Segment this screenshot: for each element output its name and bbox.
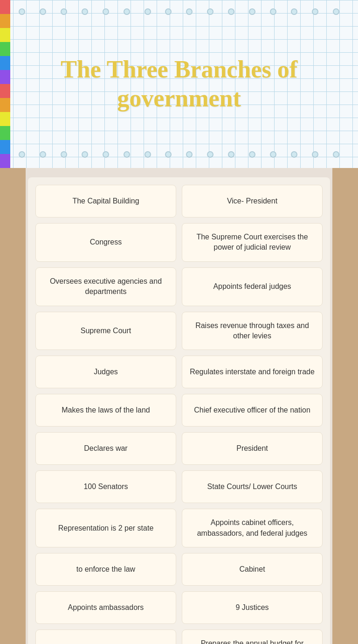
card-text-9: Judges bbox=[94, 367, 118, 377]
card-text-3: Congress bbox=[90, 237, 122, 247]
card-item-12[interactable]: Chief executive officer of the nation bbox=[182, 394, 323, 427]
header-dot-bottom bbox=[228, 151, 234, 158]
card-item-17[interactable]: Representation is 2 per state bbox=[35, 509, 176, 547]
card-text-17: Representation is 2 per state bbox=[58, 523, 154, 533]
card-text-5: Oversees executive agencies and departme… bbox=[43, 276, 168, 297]
header-section: The Three Branches of government bbox=[0, 0, 358, 168]
strip-11 bbox=[0, 140, 10, 154]
header-dot-bottom bbox=[19, 151, 25, 158]
card-text-18: Appoints cabinet officers, ambassadors, … bbox=[190, 518, 315, 539]
header-dot-bottom bbox=[207, 151, 213, 158]
dots-bottom-row bbox=[19, 151, 339, 158]
card-text-22: 9 Justices bbox=[235, 602, 268, 613]
strip-6 bbox=[0, 70, 10, 84]
header-dot-top bbox=[186, 8, 193, 15]
card-item-3[interactable]: Congress bbox=[35, 223, 176, 262]
header-dot-top bbox=[270, 8, 276, 15]
card-text-12: Chief executive officer of the nation bbox=[194, 405, 310, 415]
card-item-7[interactable]: Supreme Court bbox=[35, 312, 176, 350]
header-dot-top bbox=[145, 8, 151, 15]
card-text-21: Appoints ambassadors bbox=[68, 602, 144, 613]
header-dot-bottom bbox=[165, 151, 172, 158]
card-text-20: Cabinet bbox=[239, 564, 265, 574]
strip-3 bbox=[0, 28, 10, 42]
color-strips bbox=[0, 0, 10, 168]
card-item-18[interactable]: Appoints cabinet officers, ambassadors, … bbox=[182, 509, 323, 547]
header-dot-top bbox=[40, 8, 46, 15]
card-text-4: The Supreme Court exercises the power of… bbox=[190, 232, 315, 253]
strip-1 bbox=[0, 0, 10, 14]
card-text-14: President bbox=[236, 443, 268, 454]
header-dot-top bbox=[82, 8, 88, 15]
card-item-8[interactable]: Raises revenue through taxes and other l… bbox=[182, 312, 323, 350]
content-section: The Capital BuildingVice- PresidentCongr… bbox=[0, 168, 358, 644]
header-dot-top bbox=[207, 8, 213, 15]
header-dot-top bbox=[291, 8, 297, 15]
card-text-15: 100 Senators bbox=[83, 482, 128, 492]
header-dot-top bbox=[19, 8, 25, 15]
header-dot-bottom bbox=[291, 151, 297, 158]
header-dot-top bbox=[312, 8, 318, 15]
card-item-24[interactable]: Prepares the annual budget for congressi… bbox=[182, 630, 323, 644]
card-text-2: Vice- President bbox=[227, 196, 277, 206]
card-grid: The Capital BuildingVice- PresidentCongr… bbox=[28, 177, 330, 644]
card-item-6[interactable]: Appoints federal judges bbox=[182, 267, 323, 306]
header-dot-bottom bbox=[61, 151, 67, 158]
card-text-11: Makes the laws of the land bbox=[62, 405, 150, 415]
header-dot-bottom bbox=[82, 151, 88, 158]
header-dot-bottom bbox=[249, 151, 255, 158]
card-text-8: Raises revenue through taxes and other l… bbox=[190, 321, 315, 342]
header-dot-top bbox=[165, 8, 172, 15]
card-item-15[interactable]: 100 Senators bbox=[35, 470, 176, 503]
dots-top-row bbox=[19, 8, 339, 15]
card-text-13: Declares war bbox=[84, 443, 127, 454]
strip-12 bbox=[0, 154, 10, 168]
strip-8 bbox=[0, 98, 10, 112]
strip-5 bbox=[0, 56, 10, 70]
card-item-2[interactable]: Vice- President bbox=[182, 185, 323, 217]
header-dot-bottom bbox=[333, 151, 339, 158]
card-text-24: Prepares the annual budget for congressi… bbox=[190, 638, 315, 644]
card-item-14[interactable]: President bbox=[182, 432, 323, 465]
card-text-7: Supreme Court bbox=[81, 326, 131, 336]
header-dot-bottom bbox=[186, 151, 193, 158]
header-dot-bottom bbox=[40, 151, 46, 158]
card-item-11[interactable]: Makes the laws of the land bbox=[35, 394, 176, 427]
strip-7 bbox=[0, 84, 10, 98]
header-dot-top bbox=[103, 8, 109, 15]
card-item-19[interactable]: to enforce the law bbox=[35, 553, 176, 586]
header-dot-top bbox=[333, 8, 339, 15]
card-text-19: to enforce the law bbox=[76, 564, 135, 574]
strip-4 bbox=[0, 42, 10, 56]
header-dot-bottom bbox=[270, 151, 276, 158]
header-dot-top bbox=[249, 8, 255, 15]
strip-10 bbox=[0, 126, 10, 140]
card-text-10: Regulates interstate and foreign trade bbox=[190, 367, 315, 377]
card-item-13[interactable]: Declares war bbox=[35, 432, 176, 465]
header-dot-bottom bbox=[124, 151, 130, 158]
card-item-5[interactable]: Oversees executive agencies and departme… bbox=[35, 267, 176, 306]
card-item-1[interactable]: The Capital Building bbox=[35, 185, 176, 217]
header-dot-top bbox=[228, 8, 234, 15]
card-item-23[interactable]: 435 Representitives bbox=[35, 630, 176, 644]
card-item-21[interactable]: Appoints ambassadors bbox=[35, 591, 176, 624]
strip-2 bbox=[0, 14, 10, 28]
header-dot-top bbox=[61, 8, 67, 15]
card-item-20[interactable]: Cabinet bbox=[182, 553, 323, 586]
cork-left bbox=[0, 168, 26, 644]
card-text-1: The Capital Building bbox=[72, 196, 139, 206]
header-dot-bottom bbox=[145, 151, 151, 158]
card-item-16[interactable]: State Courts/ Lower Courts bbox=[182, 470, 323, 503]
card-item-10[interactable]: Regulates interstate and foreign trade bbox=[182, 356, 323, 388]
header-dot-bottom bbox=[312, 151, 318, 158]
header-dot-top bbox=[124, 8, 130, 15]
card-text-16: State Courts/ Lower Courts bbox=[207, 482, 297, 492]
header-dot-bottom bbox=[103, 151, 109, 158]
page-title: The Three Branches of government bbox=[0, 55, 358, 113]
card-item-9[interactable]: Judges bbox=[35, 356, 176, 388]
cork-right bbox=[332, 168, 358, 644]
card-text-6: Appoints federal judges bbox=[213, 281, 291, 292]
card-item-22[interactable]: 9 Justices bbox=[182, 591, 323, 624]
strip-9 bbox=[0, 112, 10, 126]
card-item-4[interactable]: The Supreme Court exercises the power of… bbox=[182, 223, 323, 262]
